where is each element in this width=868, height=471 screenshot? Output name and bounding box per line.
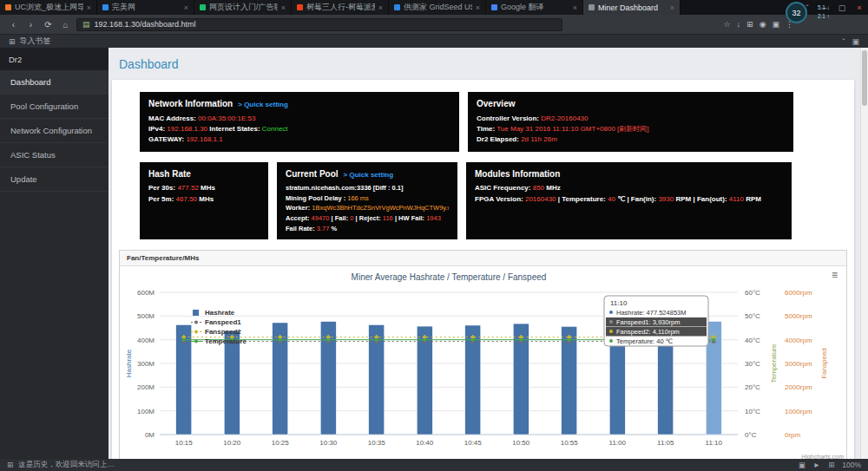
fan-out-value: 4110 [729,195,744,203]
svg-text:Miner Average Hashrate / Tempe: Miner Average Hashrate / Temperature / F… [352,272,547,282]
time-value: Tue May 31 2016 11:11:10 GMT+0800 [刷新时间] [496,125,648,133]
current-pool-panel-title: Current Pool [286,167,339,181]
import-bookmarks-button[interactable]: 导入书签 [20,36,51,47]
accept-label: Accept: [286,214,310,222]
browser-tab[interactable]: 网页设计入门/广告联盟训…× [194,0,292,15]
panel-row-1: Network Information > Quick setting MAC … [140,92,826,152]
tab-close-icon[interactable]: × [281,3,286,12]
tab-close-icon[interactable]: × [670,3,674,12]
legend-item-fanspeed2[interactable]: Fanspeed2 [191,328,241,336]
refresh-icon[interactable]: ⟳ [42,20,55,29]
svg-text:0°C: 0°C [745,431,757,439]
page-title: Dashboard [119,57,847,71]
shield-icon[interactable]: ▣ [772,20,779,29]
ipv4-value: 192.168.1.30 [167,125,207,133]
svg-text:20°C: 20°C [745,384,760,392]
screenshot-icon[interactable]: ▣ [799,461,806,469]
tab-title: 树莓三人行-树莓派爱好者 最… [306,2,375,13]
ipv4-label: IPv4: [148,125,165,133]
browser-tab[interactable]: 树莓三人行-树莓派爱好者 最…× [292,0,389,15]
boost-icon[interactable]: ► [813,461,820,469]
highcharts-credit[interactable]: Highcharts.com [801,454,844,459]
browser-tab[interactable]: Google 翻译× [486,0,583,15]
maximize-button[interactable]: ▢ [833,3,851,12]
svg-text:10°C: 10°C [745,408,760,415]
asic-frequency-value: 850 [533,184,544,192]
legend-item-hashrate[interactable]: Hashrate [193,309,235,317]
status-grid-icon[interactable]: ⊞ [7,461,13,469]
page-icon: ▤ [82,20,90,29]
sidebar-item-network-configuration[interactable]: Network Configuration [0,119,108,143]
user-icon[interactable]: ◉ [760,20,766,29]
network-monitor-badge[interactable]: 32 [786,2,807,23]
browser-tab[interactable]: 完美网× [97,0,194,15]
modules-information-panel: Modules Information ASIC Frequency: 850 … [466,162,792,240]
legend-item-fanspeed1[interactable]: Fanspeed1 [191,318,241,326]
legend-item-temperature[interactable]: Temperature [191,337,247,345]
svg-text:10:20: 10:20 [223,439,241,447]
scrollbar-thumb[interactable] [862,50,867,106]
browser-window: UC浏览_极速上网导航×完美网×网页设计入门/广告联盟训…×树莓三人行-树莓派爱… [0,0,868,471]
sidebar-toggle-icon[interactable]: ▣ [852,37,859,46]
browser-tab[interactable]: Miner Dashboard× [583,0,681,15]
tab-favicon-icon [102,4,108,10]
svg-text:Temperature: Temperature [205,337,247,345]
browser-tab[interactable]: UC浏览_极速上网导航× [0,0,97,15]
gateway-label: GATEWAY: [148,135,184,143]
network-quick-setting-link[interactable]: > Quick setting [238,100,288,110]
tab-close-icon[interactable]: × [476,3,480,12]
svg-text:200M: 200M [137,384,155,392]
asic-frequency-unit: MHz [546,184,560,192]
forward-icon[interactable]: › [24,20,37,29]
tab-favicon-icon [5,4,11,10]
per-5m-label: Per 5m: [148,195,174,203]
pool-quick-setting-link[interactable]: > Quick setting [344,170,394,180]
svg-text:Fanspeed: Fanspeed [820,349,828,380]
back-icon[interactable]: ‹ [7,20,20,29]
star-icon[interactable]: ☆ [724,20,731,29]
reject-value: 116 [383,214,393,222]
chart-tooltip: 11:10Hashrate: 477.524853MFanspeed1: 3,9… [604,296,708,346]
svg-text:Temperature: Temperature [770,343,778,383]
sidebar-item-pool-configuration[interactable]: Pool Configuration [0,95,108,119]
apps-tray-icon[interactable]: ⊞ [828,461,834,469]
overview-panel-title: Overview [477,97,515,111]
panel-toggle-icon[interactable]: ˇ [842,37,845,46]
svg-text:10:40: 10:40 [416,439,434,447]
browser-tab[interactable]: 供测家 GridSeed USB 矿机 E…× [389,0,486,15]
status-bar: ⊞ 这是历史，欢迎回来访问上… ▣ ► ⊞ 100% [0,459,868,471]
mac-value: 00:0A:35:00:1E:53 [198,114,255,122]
svg-text:2000rpm: 2000rpm [785,384,812,392]
apps-icon[interactable]: ⊞ [746,20,753,29]
chart-menu-icon[interactable]: ≡ [832,270,838,280]
download-icon[interactable]: ↓ [737,20,741,29]
svg-text:10:55: 10:55 [561,439,579,447]
svg-text:4000rpm: 4000rpm [785,337,812,344]
tab-close-icon[interactable]: × [87,3,91,12]
fail-label: | Fail: [332,214,349,222]
tab-close-icon[interactable]: × [573,3,577,12]
tab-close-icon[interactable]: × [378,3,383,12]
module-temperature-label: | Temperature: [558,195,606,203]
address-bar[interactable]: ▤ 192.168.1.30/dashboard.html [76,18,562,31]
sidebar-item-asic-status[interactable]: ASIC Status [0,143,108,167]
sidebar-item-dashboard[interactable]: Dashboard [0,70,108,95]
tab-title: 完美网 [112,2,181,13]
per-30s-unit: MHs [201,184,215,192]
sidebar-menu: DashboardPool ConfigurationNetwork Confi… [0,70,108,192]
elapsed-value: 2d 11h 26m [521,135,557,143]
sidebar-item-update[interactable]: Update [0,167,108,192]
svg-text:30°C: 30°C [745,360,760,368]
vertical-scrollbar[interactable] [860,48,868,459]
panel-row-2: Hash Rate Per 30s: 477.52 MHs Per 5m: 46… [140,162,826,240]
zoom-level[interactable]: 100% [842,461,861,469]
tab-close-icon[interactable]: × [184,3,188,12]
home-icon[interactable]: ⌂ [59,20,72,29]
close-button[interactable]: × [851,3,868,12]
fan-in-label: | Fan(in): [627,195,656,203]
page-content: Dr2 DashboardPool ConfigurationNetwork C… [0,48,868,459]
svg-text:Fanspeed2: 4,110rpm: Fanspeed2: 4,110rpm [616,328,680,336]
svg-text:Fanspeed1: 3,930rpm: Fanspeed1: 3,930rpm [616,318,680,326]
status-text: 这是历史，欢迎回来访问上… [18,460,115,470]
svg-text:10:30: 10:30 [319,439,338,447]
